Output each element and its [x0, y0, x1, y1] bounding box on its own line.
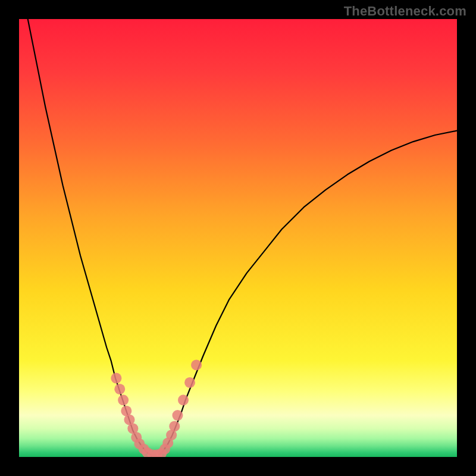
gradient-background	[19, 19, 457, 457]
data-point	[114, 384, 125, 394]
data-point	[111, 373, 121, 384]
plot-area	[19, 19, 457, 457]
data-point	[118, 394, 129, 405]
chart-frame: TheBottleneck.com	[0, 0, 476, 476]
data-point	[172, 410, 183, 421]
watermark-text: TheBottleneck.com	[344, 4, 466, 19]
chart-svg	[19, 19, 457, 457]
data-point	[178, 394, 189, 405]
data-point	[191, 359, 202, 370]
data-point	[184, 377, 195, 388]
data-point	[169, 421, 180, 431]
